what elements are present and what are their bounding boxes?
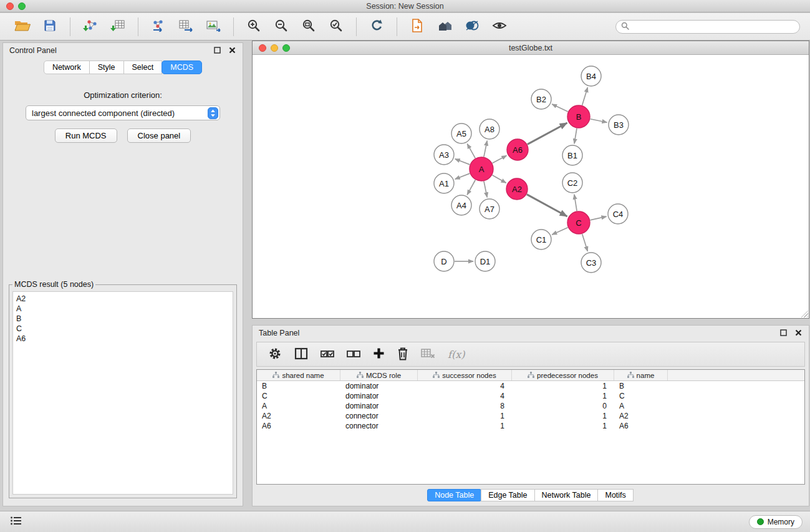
criterion-select[interactable]: largest connected component (directed) bbox=[26, 105, 220, 120]
graph-edge-A-A2[interactable] bbox=[492, 175, 506, 183]
column-header-shared-name[interactable]: shared name bbox=[257, 370, 340, 380]
memory-button[interactable]: Memory bbox=[749, 515, 803, 529]
graph-edge-A-A3[interactable] bbox=[455, 159, 470, 165]
graph-node-C3[interactable]: C3 bbox=[581, 253, 601, 273]
column-header-name[interactable]: name bbox=[614, 370, 668, 380]
column-header-successor-nodes[interactable]: successor nodes bbox=[418, 370, 512, 380]
close-panel-button[interactable] bbox=[228, 46, 236, 55]
resize-grip[interactable] bbox=[801, 310, 808, 317]
table-row[interactable]: Cdominator41C bbox=[257, 391, 804, 401]
graph-edge-A-A8[interactable] bbox=[484, 141, 487, 157]
tab-network[interactable]: Network bbox=[44, 60, 90, 74]
tab-style[interactable]: Style bbox=[89, 60, 124, 74]
zoom-selected-button[interactable] bbox=[324, 16, 349, 38]
table-settings-button[interactable] bbox=[268, 347, 282, 362]
result-item[interactable]: C bbox=[16, 324, 229, 334]
search-box[interactable] bbox=[615, 20, 800, 34]
zoom-window-button[interactable] bbox=[18, 2, 26, 10]
mcds-result-list[interactable]: A2ABCA6 bbox=[12, 291, 233, 495]
table-row[interactable]: A6connector11A6 bbox=[257, 421, 804, 431]
zoom-out-button[interactable] bbox=[269, 16, 294, 38]
import-table-button[interactable] bbox=[105, 16, 130, 38]
graph-edge-A-A7[interactable] bbox=[484, 181, 487, 198]
show-columns-button[interactable] bbox=[294, 347, 308, 362]
graph-edge-A-A5[interactable] bbox=[467, 144, 475, 158]
column-header-predecessor-nodes[interactable]: predecessor nodes bbox=[512, 370, 614, 380]
tab-network-table[interactable]: Network Table bbox=[534, 489, 599, 501]
network-zoom-button[interactable] bbox=[282, 44, 290, 52]
zoom-fit-button[interactable] bbox=[296, 16, 321, 38]
graph-edge-A2-C[interactable] bbox=[527, 195, 567, 216]
tab-edge-table[interactable]: Edge Table bbox=[481, 489, 534, 501]
table-row[interactable]: Bdominator41B bbox=[257, 381, 804, 391]
graph-node-A5[interactable]: A5 bbox=[451, 123, 471, 143]
tab-node-table[interactable]: Node Table bbox=[427, 489, 481, 501]
graph-edge-B-B4[interactable] bbox=[582, 87, 588, 105]
graph-node-A8[interactable]: A8 bbox=[480, 119, 499, 139]
delete-column-button[interactable] bbox=[397, 347, 408, 362]
network-graph[interactable]: B4B2BB3A8A5A6A3B1AC2A1A2A4A7C4CC1C3DD1 bbox=[253, 56, 809, 318]
graph-edge-C-C3[interactable] bbox=[582, 234, 588, 251]
graph-node-A1[interactable]: A1 bbox=[434, 173, 454, 193]
graph-node-D[interactable]: D bbox=[434, 251, 454, 271]
network-minimize-button[interactable] bbox=[271, 44, 278, 52]
tab-mcds[interactable]: MCDS bbox=[162, 60, 202, 74]
graph-node-B3[interactable]: B3 bbox=[609, 115, 629, 135]
graph-node-B4[interactable]: B4 bbox=[581, 66, 601, 86]
graph-edge-C-C1[interactable] bbox=[552, 228, 567, 235]
graph-node-C4[interactable]: C4 bbox=[608, 204, 628, 224]
clear-table-button[interactable] bbox=[421, 348, 435, 360]
graph-node-A2[interactable]: A2 bbox=[506, 178, 528, 200]
graph-node-D1[interactable]: D1 bbox=[475, 251, 495, 271]
table-row[interactable]: Adominator80A bbox=[257, 401, 804, 411]
graph-node-A7[interactable]: A7 bbox=[480, 199, 499, 219]
tab-select[interactable]: Select bbox=[123, 60, 163, 74]
export-network-button[interactable] bbox=[146, 16, 171, 38]
tab-motifs[interactable]: Motifs bbox=[597, 489, 633, 501]
export-table-button[interactable] bbox=[173, 16, 198, 38]
graph-node-A3[interactable]: A3 bbox=[434, 145, 454, 165]
select-all-button[interactable] bbox=[321, 349, 334, 360]
result-item[interactable]: A2 bbox=[16, 294, 229, 304]
home-button[interactable] bbox=[432, 16, 457, 38]
graph-edge-B-B1[interactable] bbox=[574, 128, 577, 143]
graph-edge-B-B3[interactable] bbox=[591, 119, 607, 122]
close-table-panel-button[interactable] bbox=[794, 329, 803, 337]
add-column-button[interactable] bbox=[373, 347, 385, 361]
network-window-titlebar[interactable]: testGlobe.txt bbox=[253, 41, 809, 55]
result-item[interactable]: A bbox=[16, 304, 229, 314]
result-item[interactable]: A6 bbox=[16, 334, 229, 344]
graph-node-A4[interactable]: A4 bbox=[451, 195, 471, 215]
zoom-in-button[interactable] bbox=[241, 16, 266, 38]
graph-node-C1[interactable]: C1 bbox=[531, 230, 551, 249]
graph-node-A6[interactable]: A6 bbox=[507, 139, 528, 160]
graph-edge-C-C4[interactable] bbox=[591, 216, 607, 220]
float-table-panel-button[interactable] bbox=[779, 329, 788, 337]
close-panel-button-mcds[interactable]: Close panel bbox=[127, 128, 191, 143]
graph-edge-B-B2[interactable] bbox=[552, 104, 568, 112]
graph-edge-A6-B[interactable] bbox=[528, 123, 567, 144]
column-header-MCDS-role[interactable]: MCDS role bbox=[340, 370, 418, 380]
import-network-button[interactable] bbox=[78, 16, 103, 38]
graph-node-A[interactable]: A bbox=[470, 157, 493, 181]
result-item[interactable]: B bbox=[16, 314, 229, 324]
close-window-button[interactable] bbox=[6, 2, 14, 10]
apply-layout-button[interactable] bbox=[364, 16, 389, 38]
function-builder-button[interactable]: f(x) bbox=[448, 349, 465, 360]
network-close-button[interactable] bbox=[259, 44, 266, 52]
show-details-button[interactable] bbox=[487, 16, 512, 38]
document-details-button[interactable] bbox=[405, 16, 430, 38]
table-row[interactable]: A2connector11A2 bbox=[257, 411, 804, 421]
search-input[interactable] bbox=[632, 22, 794, 31]
graph-edge-A-A6[interactable] bbox=[493, 155, 507, 163]
graph-edge-A-A1[interactable] bbox=[455, 173, 470, 179]
graph-edge-C-C2[interactable] bbox=[574, 195, 577, 211]
network-canvas[interactable]: B4B2BB3A8A5A6A3B1AC2A1A2A4A7C4CC1C3DD1 bbox=[253, 56, 809, 318]
export-image-button[interactable] bbox=[201, 16, 226, 38]
graph-edge-A-A4[interactable] bbox=[467, 180, 475, 195]
float-panel-button[interactable] bbox=[213, 46, 221, 55]
run-mcds-button[interactable]: Run MCDS bbox=[55, 128, 117, 143]
deselect-all-button[interactable] bbox=[347, 349, 360, 360]
status-menu-button[interactable] bbox=[7, 514, 25, 530]
graph-node-C2[interactable]: C2 bbox=[562, 173, 582, 193]
